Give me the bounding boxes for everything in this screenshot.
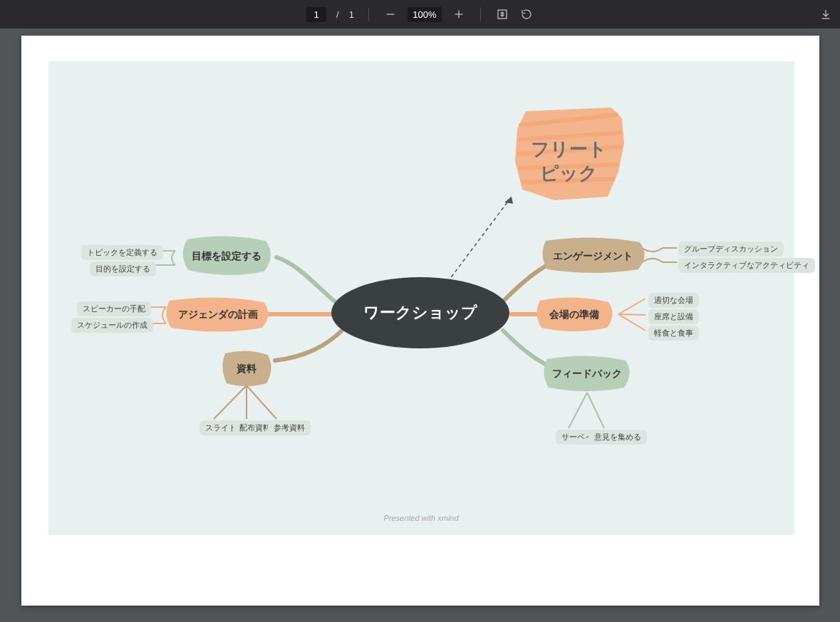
svg-line-17	[587, 393, 604, 428]
footer-credit: Presented with xmind	[48, 514, 794, 522]
download-button[interactable]	[819, 7, 833, 21]
pdf-page: ワークショップ フリート ピック 目標を設定する アジェンダの計画 資料 エンゲ…	[21, 36, 819, 606]
leaf-engagement-0: グループディスカッション	[678, 242, 784, 256]
node-venue: 会場の準備	[549, 309, 599, 320]
leaf-feedback-1: 意見を集める	[588, 430, 647, 445]
fit-page-button[interactable]	[495, 7, 509, 21]
node-materials: 資料	[236, 363, 256, 374]
leaf-agenda-0: スピーカーの手配	[77, 301, 151, 316]
pdf-toolbar: / 1	[0, 0, 840, 28]
rotate-button[interactable]	[519, 7, 534, 21]
svg-marker-7	[504, 197, 513, 204]
node-agenda: アジェンダの計画	[178, 309, 258, 320]
svg-line-16	[569, 393, 587, 428]
zoom-in-button[interactable]	[452, 7, 466, 21]
zoom-level-input[interactable]	[408, 7, 442, 22]
node-goals: 目標を設定する	[192, 250, 261, 261]
node-engagement: エンゲージメント	[553, 250, 633, 261]
leaf-venue-2: 軽食と食事	[648, 326, 699, 341]
leaf-engagement-1: インタラクティブなアクティビティ	[678, 258, 815, 273]
mindmap-canvas: ワークショップ フリート ピック 目標を設定する アジェンダの計画 資料 エンゲ…	[48, 61, 794, 535]
node-feedback: フィードバック	[552, 368, 622, 379]
svg-line-10	[247, 385, 276, 419]
svg-line-14	[618, 314, 645, 315]
floating-line2: ピック	[539, 162, 597, 184]
leaf-venue-1: 座席と設備	[648, 309, 699, 324]
svg-line-13	[618, 299, 645, 314]
svg-line-8	[214, 385, 247, 419]
page-area[interactable]: ワークショップ フリート ピック 目標を設定する アジェンダの計画 資料 エンゲ…	[0, 28, 840, 622]
floating-line1: フリート	[530, 138, 606, 160]
page-separator: /	[336, 9, 339, 20]
leaf-goals-0: トピックを定義する	[81, 245, 163, 260]
svg-line-15	[618, 314, 645, 331]
leaf-goals-1: 目的を設定する	[90, 261, 156, 276]
leaf-materials-2: 参考資料	[268, 420, 311, 435]
leaf-venue-0: 適切な会場	[648, 293, 699, 308]
zoom-out-button[interactable]	[383, 7, 398, 21]
page-total: 1	[349, 9, 354, 20]
page-number-input[interactable]	[306, 7, 326, 22]
center-node-text: ワークショップ	[363, 304, 477, 321]
leaf-agenda-1: スケジュールの作成	[71, 318, 153, 333]
